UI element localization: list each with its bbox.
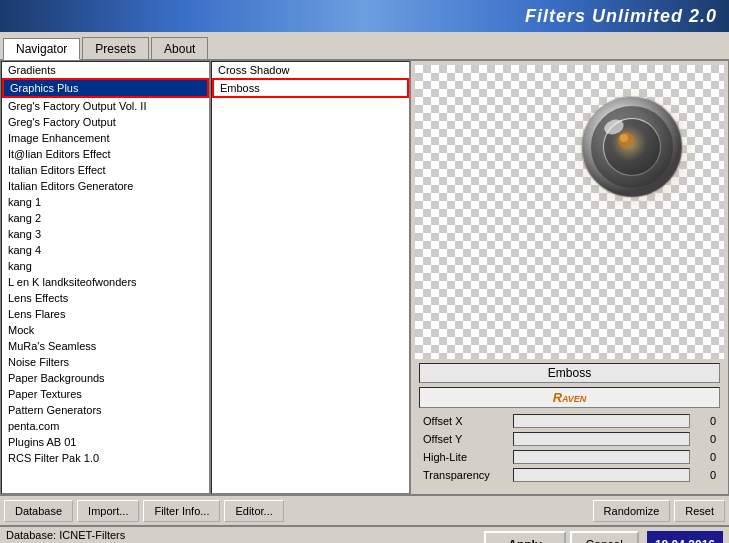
controls-area: Emboss Raven Offset X0Offset Y0High-Lite…	[415, 359, 724, 490]
category-item[interactable]: Mock	[2, 322, 209, 338]
bottom-toolbar: Database Import... Filter Info... Editor…	[0, 495, 729, 525]
param-slider[interactable]	[513, 450, 690, 464]
param-label: Offset X	[423, 415, 513, 427]
filter-name-bar: Emboss	[419, 363, 720, 383]
category-item[interactable]: Plugins AB 01	[2, 434, 209, 450]
reset-button[interactable]: Reset	[674, 500, 725, 522]
filter-info-button[interactable]: Filter Info...	[143, 500, 220, 522]
param-row: Offset Y0	[419, 432, 720, 446]
database-button[interactable]: Database	[4, 500, 73, 522]
category-panel: GradientsGraphics PlusGreg's Factory Out…	[1, 61, 211, 494]
category-list[interactable]: GradientsGraphics PlusGreg's Factory Out…	[1, 61, 210, 494]
filter-item[interactable]: Emboss	[212, 78, 409, 98]
editor-button[interactable]: Editor...	[224, 500, 283, 522]
category-item[interactable]: kang 3	[2, 226, 209, 242]
param-value: 0	[696, 433, 716, 445]
tab-about[interactable]: About	[151, 37, 208, 59]
app-title: Filters Unlimited 2.0	[525, 6, 717, 27]
status-text: Database: ICNET-Filters Filters: 1683	[6, 527, 484, 543]
filter-list[interactable]: Cross ShadowEmboss	[211, 61, 410, 494]
import-button[interactable]: Import...	[77, 500, 139, 522]
category-item[interactable]: Lens Effects	[2, 290, 209, 306]
category-item[interactable]: Noise Filters	[2, 354, 209, 370]
status-bar: Database: ICNET-Filters Filters: 1683 Ap…	[0, 525, 729, 543]
category-item[interactable]: penta.com	[2, 418, 209, 434]
param-slider[interactable]	[513, 468, 690, 482]
param-row: High-Lite0	[419, 450, 720, 464]
preview-sphere	[554, 75, 704, 225]
brand-bar: Raven	[419, 387, 720, 408]
apply-button[interactable]: Apply	[484, 531, 565, 543]
category-item[interactable]: Paper Textures	[2, 386, 209, 402]
preview-image	[415, 65, 724, 359]
cancel-button[interactable]: Cancel	[570, 531, 639, 543]
filter-list-panel: Cross ShadowEmboss	[211, 61, 411, 494]
category-item[interactable]: Graphics Plus	[2, 78, 209, 98]
param-slider[interactable]	[513, 432, 690, 446]
category-item[interactable]: Italian Editors Effect	[2, 162, 209, 178]
category-item[interactable]: kang 4	[2, 242, 209, 258]
category-item[interactable]: Greg's Factory Output	[2, 114, 209, 130]
category-item[interactable]: Pattern Generators	[2, 402, 209, 418]
param-label: High-Lite	[423, 451, 513, 463]
category-item[interactable]: kang 1	[2, 194, 209, 210]
category-item[interactable]: It@lian Editors Effect	[2, 146, 209, 162]
param-row: Offset X0	[419, 414, 720, 428]
category-item[interactable]: kang	[2, 258, 209, 274]
date-badge: 18.04.2016	[647, 531, 723, 543]
category-item[interactable]: Lens Flares	[2, 306, 209, 322]
title-bar: Filters Unlimited 2.0	[0, 0, 729, 32]
filter-item[interactable]: Cross Shadow	[212, 62, 409, 78]
category-item[interactable]: kang 2	[2, 210, 209, 226]
category-item[interactable]: Paper Backgrounds	[2, 370, 209, 386]
main-content: GradientsGraphics PlusGreg's Factory Out…	[0, 60, 729, 495]
category-item[interactable]: Gradients	[2, 62, 209, 78]
tab-navigator[interactable]: Navigator	[3, 38, 80, 60]
randomize-button[interactable]: Randomize	[593, 500, 671, 522]
category-item[interactable]: L en K landksiteofwonders	[2, 274, 209, 290]
tab-bar: Navigator Presets About	[0, 32, 729, 60]
category-item[interactable]: RCS Filter Pak 1.0	[2, 450, 209, 466]
param-value: 0	[696, 469, 716, 481]
params-container: Offset X0Offset Y0High-Lite0Transparency…	[419, 414, 720, 482]
category-item[interactable]: Greg's Factory Output Vol. II	[2, 98, 209, 114]
param-label: Offset Y	[423, 433, 513, 445]
category-item[interactable]: Image Enhancement	[2, 130, 209, 146]
database-value: ICNET-Filters	[59, 529, 125, 541]
category-item[interactable]: Italian Editors Generatore	[2, 178, 209, 194]
preview-panel: Emboss Raven Offset X0Offset Y0High-Lite…	[411, 61, 728, 494]
param-slider[interactable]	[513, 414, 690, 428]
param-value: 0	[696, 451, 716, 463]
svg-point-6	[620, 134, 628, 142]
database-label: Database:	[6, 529, 56, 541]
param-value: 0	[696, 415, 716, 427]
tab-presets[interactable]: Presets	[82, 37, 149, 59]
category-item[interactable]: MuRa's Seamless	[2, 338, 209, 354]
param-row: Transparency0	[419, 468, 720, 482]
param-label: Transparency	[423, 469, 513, 481]
